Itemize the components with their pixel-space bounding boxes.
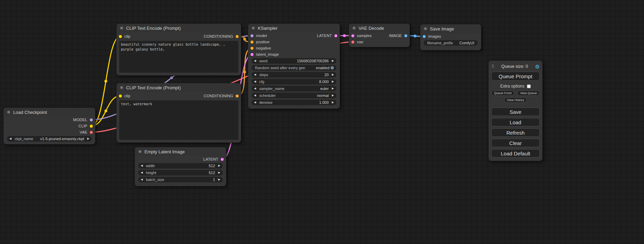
toggle-dot[interactable] bbox=[330, 66, 334, 70]
node-header[interactable]: Load Checkpoint bbox=[3, 108, 95, 117]
decrement-arrow-icon[interactable]: ◀ bbox=[141, 178, 143, 181]
decrement-arrow-icon[interactable]: ◀ bbox=[254, 87, 256, 90]
input-dot-model[interactable] bbox=[250, 34, 254, 37]
node-title: Load Checkpoint bbox=[13, 110, 47, 115]
output-dot-vae[interactable] bbox=[90, 131, 93, 134]
input-dot-clip[interactable] bbox=[119, 35, 122, 38]
input-dot-clip[interactable] bbox=[119, 94, 122, 98]
decrement-arrow-icon[interactable]: ◀ bbox=[141, 164, 143, 167]
load-button[interactable]: Load bbox=[491, 118, 540, 126]
view-queue-button[interactable]: View Queue bbox=[517, 90, 540, 96]
decrement-arrow-icon[interactable]: ◀ bbox=[141, 171, 143, 174]
widget-ckpt-name[interactable]: ◀ ckpt_name v1-5-pruned-emaonly.ckpt ▶ bbox=[7, 136, 92, 142]
widget-height[interactable]: ◀ height 512 ▶ bbox=[138, 170, 223, 175]
node-ksampler[interactable]: KSampler LATENT model positive negative … bbox=[248, 24, 340, 109]
prompt-textarea[interactable]: text, watermark bbox=[119, 100, 238, 140]
slot-label: LATENT bbox=[203, 157, 218, 161]
output-slot-conditioning: CONDITIONING bbox=[204, 94, 239, 98]
widget-cfg[interactable]: ◀ cfg 8.000 ▶ bbox=[252, 79, 336, 84]
queue-prompt-button[interactable]: Queue Prompt bbox=[491, 72, 540, 81]
slot-label: vae bbox=[357, 40, 363, 44]
decrement-arrow-icon[interactable]: ◀ bbox=[254, 101, 256, 104]
node-header[interactable]: KSampler bbox=[248, 24, 340, 33]
increment-arrow-icon[interactable]: ▶ bbox=[218, 164, 220, 167]
output-dot-conditioning[interactable] bbox=[236, 35, 239, 38]
slot-label: model bbox=[256, 34, 267, 38]
node-save-image[interactable]: Save Image images filename_prefix ComfyU… bbox=[420, 24, 481, 50]
node-load-checkpoint[interactable]: Load Checkpoint MODEL CLIP VAE ◀ ckpt_na… bbox=[3, 108, 95, 144]
collapse-dot-icon[interactable] bbox=[352, 26, 356, 30]
link-midpoint-dot bbox=[343, 34, 346, 37]
node-clip-text-encode-negative[interactable]: CLIP Text Encode (Prompt) clip CONDITION… bbox=[116, 83, 241, 143]
output-dot-model[interactable] bbox=[90, 118, 93, 121]
increment-arrow-icon[interactable]: ▶ bbox=[332, 60, 334, 62]
increment-arrow-icon[interactable]: ▶ bbox=[87, 137, 89, 140]
increment-arrow-icon[interactable]: ▶ bbox=[332, 101, 334, 104]
widget-label: sampler_name bbox=[259, 87, 284, 91]
widget-label: scheduler bbox=[259, 93, 276, 98]
queue-front-button[interactable]: Queue Front bbox=[491, 90, 514, 96]
collapse-dot-icon[interactable] bbox=[120, 26, 123, 30]
decrement-arrow-icon[interactable]: ◀ bbox=[9, 137, 11, 140]
input-dot-positive[interactable] bbox=[250, 40, 254, 44]
decrement-arrow-icon[interactable]: ◀ bbox=[254, 60, 256, 62]
increment-arrow-icon[interactable]: ▶ bbox=[332, 73, 334, 76]
widget-filename-prefix[interactable]: filename_prefix ComfyUI bbox=[424, 40, 478, 46]
clear-button[interactable]: Clear bbox=[491, 139, 540, 147]
increment-arrow-icon[interactable]: ▶ bbox=[332, 94, 334, 97]
output-slot-image: IMAGE bbox=[387, 33, 410, 39]
increment-arrow-icon[interactable]: ▶ bbox=[218, 178, 220, 181]
collapse-dot-icon[interactable] bbox=[424, 27, 427, 30]
node-header[interactable]: CLIP Text Encode (Prompt) bbox=[116, 24, 241, 33]
increment-arrow-icon[interactable]: ▶ bbox=[332, 87, 334, 90]
output-dot-clip[interactable] bbox=[90, 125, 93, 128]
widget-batch-size[interactable]: ◀ batch_size 1 ▶ bbox=[138, 177, 223, 182]
collapse-dot-icon[interactable] bbox=[252, 26, 255, 30]
output-dot-image[interactable] bbox=[404, 34, 407, 37]
input-dot-images[interactable] bbox=[423, 35, 426, 38]
decrement-arrow-icon[interactable]: ◀ bbox=[254, 73, 256, 76]
node-graph-canvas[interactable]: Load Checkpoint MODEL CLIP VAE ◀ ckpt_na… bbox=[0, 0, 644, 244]
widget-width[interactable]: ◀ width 512 ▶ bbox=[138, 163, 223, 169]
extra-options-checkbox[interactable] bbox=[527, 84, 531, 88]
increment-arrow-icon[interactable]: ▶ bbox=[332, 80, 334, 83]
collapse-dot-icon[interactable] bbox=[138, 150, 142, 153]
node-header[interactable]: Save Image bbox=[420, 24, 481, 33]
widget-random-seed-toggle[interactable]: Random seed after every gen enabled bbox=[252, 65, 336, 71]
save-button[interactable]: Save bbox=[491, 108, 540, 116]
decrement-arrow-icon[interactable]: ◀ bbox=[254, 94, 256, 97]
node-vae-decode[interactable]: VAE Decode IMAGE samples vae bbox=[349, 24, 410, 47]
prompt-textarea[interactable]: beautiful scenery nature glass bottle la… bbox=[119, 41, 238, 73]
input-dot-negative[interactable] bbox=[250, 47, 254, 50]
widget-scheduler[interactable]: ◀ scheduler normal ▶ bbox=[252, 93, 336, 98]
load-default-button[interactable]: Load Default bbox=[491, 149, 540, 157]
widget-label: Random seed after every gen bbox=[255, 66, 305, 70]
widget-steps[interactable]: ◀ steps 20 ▶ bbox=[252, 72, 336, 78]
input-dot-latent-image[interactable] bbox=[250, 53, 254, 56]
node-clip-text-encode-positive[interactable]: CLIP Text Encode (Prompt) clip CONDITION… bbox=[116, 24, 241, 75]
output-dot-latent[interactable] bbox=[221, 158, 224, 161]
view-history-button[interactable]: View History bbox=[504, 97, 527, 103]
drag-handle-icon[interactable]: ⠿ bbox=[491, 64, 494, 69]
widget-sampler-name[interactable]: ◀ sampler_name euler ▶ bbox=[252, 86, 336, 91]
collapse-dot-icon[interactable] bbox=[120, 86, 123, 89]
comfy-menu-panel: ⠿ Queue size: 0 ⚙ Queue Prompt Extra opt… bbox=[488, 61, 542, 161]
settings-gear-icon[interactable]: ⚙ bbox=[535, 64, 540, 69]
widget-denoise[interactable]: ◀ denoise 1.000 ▶ bbox=[252, 100, 336, 105]
refresh-button[interactable]: Refresh bbox=[491, 128, 540, 137]
decrement-arrow-icon[interactable]: ◀ bbox=[254, 80, 256, 83]
increment-arrow-icon[interactable]: ▶ bbox=[218, 171, 220, 174]
node-header[interactable]: CLIP Text Encode (Prompt) bbox=[116, 83, 241, 92]
input-dot-vae[interactable] bbox=[351, 40, 354, 44]
widget-value: v1-5-pruned-emaonly.ckpt bbox=[40, 137, 84, 141]
widget-seed[interactable]: ◀ seed 156680208700286 ▶ bbox=[252, 58, 336, 64]
output-dot-latent[interactable] bbox=[334, 34, 337, 37]
node-empty-latent-image[interactable]: Empty Latent Image LATENT ◀ width 512 ▶ … bbox=[135, 147, 226, 186]
output-dot-conditioning[interactable] bbox=[236, 94, 239, 98]
input-dot-samples[interactable] bbox=[351, 34, 354, 37]
slot-label: CONDITIONING bbox=[204, 94, 233, 98]
collapse-dot-icon[interactable] bbox=[7, 110, 10, 114]
node-header[interactable]: Empty Latent Image bbox=[135, 147, 226, 156]
widget-value: 8.000 bbox=[319, 80, 329, 84]
node-header[interactable]: VAE Decode bbox=[349, 24, 410, 33]
